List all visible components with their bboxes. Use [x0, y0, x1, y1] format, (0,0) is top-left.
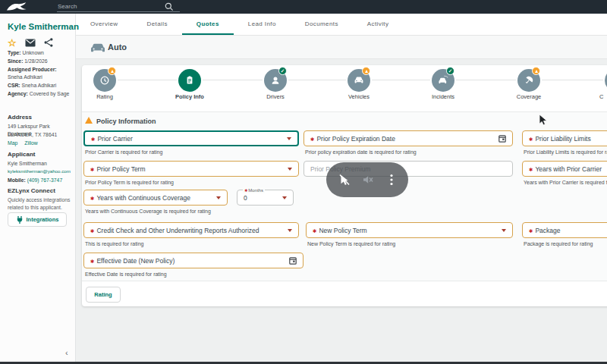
client-sidebar: Kyle Smitherman Type: Unknown Since: 1/2… — [0, 14, 76, 364]
product-title: Auto — [108, 42, 127, 52]
zillow-link[interactable]: Zillow — [24, 140, 37, 146]
required-asterisk — [90, 194, 96, 202]
search-underline — [57, 11, 180, 12]
step-label-cutoff: C — [599, 93, 607, 100]
address-heading: Address — [8, 114, 32, 121]
client-tabs: Overview Details Quotes Lead Info Docume… — [76, 14, 607, 36]
ezlynx-connect-description: Quickly access integrations related to t… — [8, 196, 73, 212]
csr: CSR: Sneha Adhikari — [8, 82, 73, 89]
step-connector — [372, 80, 430, 80]
dropdown-caret-icon — [502, 229, 506, 232]
car-collision-icon — [438, 75, 448, 86]
tab-details[interactable]: Details — [133, 14, 182, 35]
collapse-sidebar-button[interactable] — [65, 348, 68, 357]
more-options-kebab-icon[interactable] — [390, 174, 393, 186]
section-warning-icon — [85, 117, 93, 124]
required-asterisk — [529, 165, 535, 173]
auto-quote-header: Auto — [76, 36, 607, 59]
field-helper-text: This is required for rating — [85, 241, 143, 246]
applicant-email-link[interactable]: kyleksmitherman@yahoo.com — [8, 168, 71, 174]
tab-activity[interactable]: Activity — [353, 14, 404, 35]
field-helper-text: Prior Carrier is required for rating — [85, 149, 162, 155]
warning-badge — [532, 67, 540, 75]
mouse-cursor — [539, 114, 548, 127]
applicant-heading: Applicant — [8, 151, 35, 158]
integrations-button[interactable]: Integrations — [8, 212, 67, 227]
tab-quotes[interactable]: Quotes — [182, 14, 234, 35]
rating-button[interactable]: Rating — [86, 287, 121, 303]
share-icon[interactable] — [44, 38, 53, 47]
calendar-icon — [498, 134, 506, 143]
credit-check-select[interactable]: Credit Check and Other Underwriting Repo… — [83, 222, 299, 238]
audio-off-icon[interactable] — [362, 174, 374, 186]
step-connector — [542, 80, 603, 80]
step-label-incidents: Incidents — [409, 93, 477, 100]
pointer-off-icon[interactable] — [338, 174, 351, 186]
mobile-phone-link[interactable]: (409) 767-3747 — [26, 177, 62, 183]
required-asterisk — [90, 257, 96, 265]
ezlynx-connect-heading: EZLynx Connect — [8, 187, 55, 194]
section-title: Policy Information — [96, 118, 156, 125]
calendar-icon — [289, 256, 297, 265]
warning-badge — [362, 67, 370, 75]
prior-carrier-select[interactable]: Prior Carrier — [83, 130, 299, 146]
applicant-mobile: Mobile: (409) 767-3747 — [8, 177, 73, 184]
person-icon — [270, 75, 281, 86]
email-icon[interactable] — [25, 39, 36, 47]
step-connector — [288, 80, 346, 80]
tab-overview[interactable]: Overview — [76, 14, 133, 35]
step-connector — [118, 80, 177, 80]
prior-policy-expiration-date-field[interactable]: Prior Policy Expiration Date — [304, 130, 513, 146]
search-input[interactable] — [58, 1, 162, 11]
search-icon[interactable] — [165, 2, 174, 11]
years-with-continuous-coverage-select[interactable]: Years with Continuous Coverage — [83, 190, 228, 206]
car-icon — [354, 75, 364, 86]
tab-documents[interactable]: Documents — [291, 14, 353, 35]
plug-icon — [16, 215, 24, 224]
lynx-logo-icon — [5, 2, 28, 12]
tab-lead-info[interactable]: Lead Info — [234, 14, 291, 35]
months-value: 0 — [244, 194, 247, 202]
new-policy-term-select[interactable]: New Policy Term — [306, 222, 513, 238]
map-link[interactable]: Map — [8, 140, 17, 146]
months-select[interactable]: Months 0 — [237, 190, 294, 206]
field-helper-text: New Policy Term is required for rating — [307, 241, 395, 246]
dropdown-caret-icon — [282, 196, 287, 199]
field-helper-text: Effective Date is required for rating — [85, 271, 167, 277]
required-asterisk — [90, 227, 96, 234]
prior-policy-term-select[interactable]: Prior Policy Term — [83, 161, 299, 177]
years-with-prior-carrier-select[interactable]: Years with Prior Carrier — [522, 161, 607, 177]
step-connector — [203, 80, 263, 80]
field-helper-text: Years with Prior Carrier is required for… — [524, 180, 607, 185]
prior-liability-limits-select[interactable]: Prior Liability Limits — [522, 130, 607, 146]
step-label-drivers: Drivers — [241, 93, 310, 100]
field-helper-text: Prior Policy Term is required for rating — [85, 180, 174, 185]
step-label-policy-info: Policy Info — [156, 93, 224, 100]
address-line2: LEANDER, TX 78641 — [8, 131, 73, 139]
required-asterisk — [529, 135, 535, 143]
effective-date-field[interactable]: Effective Date (New Policy) — [83, 253, 304, 268]
field-helper-text: Prior policy expiration date is required… — [305, 149, 417, 155]
check-badge — [278, 67, 287, 75]
required-asterisk — [91, 135, 97, 143]
umbrella-icon — [524, 75, 534, 86]
step-connector — [456, 80, 516, 80]
car-icon — [90, 42, 106, 53]
required-asterisk — [90, 165, 96, 173]
assigned-producer: Assigned Producer: Sneha Adhikari — [8, 66, 73, 81]
package-select[interactable]: Package — [522, 222, 607, 238]
step-policy-info[interactable] — [178, 69, 201, 92]
dropdown-caret-icon — [287, 137, 291, 140]
clock-icon — [99, 75, 110, 86]
favorite-star-icon[interactable] — [8, 36, 17, 49]
required-asterisk — [313, 227, 319, 234]
screen-share-toolbar — [326, 162, 408, 197]
field-helper-text: Prior Liability Limits is required for r… — [524, 149, 607, 155]
top-navigation-bar — [0, 0, 607, 14]
field-helper-text: Years with Continuous Coverage is requir… — [85, 209, 211, 214]
client-type: Type: Unknown — [8, 49, 73, 57]
dropdown-caret-icon — [288, 229, 292, 232]
client-since: Since: 1/28/2026 — [8, 58, 73, 65]
check-badge — [446, 67, 454, 75]
agency: Agency: Covered by Sage — [8, 90, 73, 98]
